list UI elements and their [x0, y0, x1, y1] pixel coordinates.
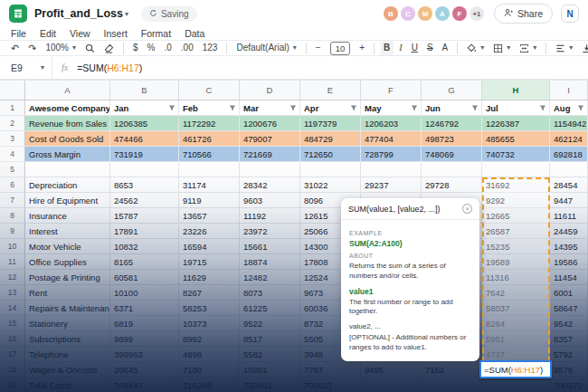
cell-i10[interactable]: 14395	[550, 239, 588, 254]
cell-a3[interactable]: Cost of Goods Sold	[25, 131, 110, 147]
menu-edit[interactable]: Edit	[40, 28, 56, 39]
cell-i18[interactable]: 9579	[550, 362, 588, 378]
cell-c10[interactable]: 16594	[179, 239, 240, 254]
cell-b5[interactable]	[110, 162, 179, 177]
cell-b10[interactable]: 10832	[110, 239, 179, 254]
cell-a12[interactable]: Postage & Printing	[25, 270, 110, 285]
cell-d10[interactable]: 15661	[240, 239, 300, 254]
cell-b19[interactable]: 709447	[110, 378, 179, 392]
share-button[interactable]: Share	[494, 4, 553, 24]
row-header-8[interactable]: 8	[0, 208, 25, 224]
row-header-18[interactable]: 18	[0, 362, 25, 378]
column-header-b[interactable]: B	[110, 81, 179, 100]
cell-b13[interactable]: 10100	[110, 285, 179, 301]
cell-a6[interactable]: Depreciation	[25, 177, 110, 193]
cell-g18[interactable]: 7152	[422, 362, 482, 378]
cell-b9[interactable]: 17891	[110, 224, 179, 239]
cell-c2[interactable]: 1172292	[179, 116, 240, 131]
row-header-14[interactable]: 14	[0, 301, 25, 316]
paint-format-button[interactable]	[100, 41, 118, 55]
cell-c16[interactable]: 8992	[179, 331, 240, 347]
cell-h4[interactable]: 740732	[482, 147, 550, 162]
cell-i16[interactable]: 8357	[550, 331, 588, 347]
avatar-A[interactable]: A	[435, 6, 450, 21]
row-header-11[interactable]: 11	[0, 254, 25, 270]
font-size-increase-button[interactable]: +	[356, 41, 368, 55]
cell-h6[interactable]: 31692	[482, 177, 550, 193]
cell-a11[interactable]: Office Supplies	[25, 254, 110, 270]
font-family-select-button[interactable]: Default(Arial)▾	[232, 41, 299, 55]
cell-e19[interactable]: 705627	[300, 378, 361, 392]
cell-b1[interactable]: Jan	[110, 100, 179, 116]
cell-d14[interactable]: 61225	[240, 301, 300, 316]
avatar-B[interactable]: B	[384, 6, 398, 21]
cell-f3[interactable]: 477404	[361, 131, 422, 147]
cell-g5[interactable]	[422, 162, 482, 177]
cell-b18[interactable]: 20645	[110, 362, 179, 378]
cell-a2[interactable]: Revenue from Sales	[25, 116, 110, 131]
cell-c15[interactable]: 10373	[179, 316, 240, 331]
row-header-19[interactable]: 19	[0, 378, 25, 392]
cell-i14[interactable]: 58647	[550, 301, 588, 316]
cell-i13[interactable]: 6001	[550, 285, 588, 301]
borders-button[interactable]: ▾	[489, 41, 514, 55]
cell-h9[interactable]: 26587	[482, 224, 550, 239]
cell-i15[interactable]: 9542	[550, 316, 588, 331]
cell-g3[interactable]: 498723	[422, 131, 482, 147]
cell-a10[interactable]: Motor Vehicle	[25, 239, 110, 254]
cell-d5[interactable]	[240, 162, 300, 177]
column-header-i[interactable]: I	[550, 81, 588, 100]
row-header-17[interactable]: 17	[0, 347, 25, 362]
cell-b7[interactable]: 24562	[110, 193, 179, 208]
menu-file[interactable]: File	[11, 28, 26, 39]
cell-g6[interactable]: 29728	[422, 177, 482, 193]
cell-h10[interactable]: 15235	[482, 239, 550, 254]
vertical-align-button[interactable]: ▾	[578, 41, 588, 55]
cell-i6[interactable]: 28454	[550, 177, 588, 193]
cell-b12[interactable]: 60581	[110, 270, 179, 285]
cell-c6[interactable]: 31174	[179, 177, 240, 193]
cell-e3[interactable]: 484729	[300, 131, 361, 147]
search-button[interactable]	[81, 41, 99, 55]
italic-button[interactable]: I	[395, 41, 405, 55]
column-header-a[interactable]: A	[25, 81, 110, 100]
row-header-12[interactable]: 12	[0, 270, 25, 285]
cell-e6[interactable]: 31022	[300, 177, 361, 193]
cell-h16[interactable]: 5951	[482, 331, 550, 347]
select-all-corner[interactable]	[0, 81, 25, 100]
filter-icon[interactable]	[350, 103, 357, 113]
cell-b11[interactable]: 8165	[110, 254, 179, 270]
cell-c13[interactable]: 8267	[179, 285, 240, 301]
cell-i8[interactable]: 11611	[550, 208, 588, 224]
redo-button[interactable]: ↷	[24, 41, 40, 55]
cell-a1[interactable]: Awesome Company	[25, 100, 110, 116]
row-header-16[interactable]: 16	[0, 331, 25, 347]
cell-h11[interactable]: 19589	[482, 254, 550, 270]
cell-g2[interactable]: 1246792	[422, 116, 482, 131]
column-header-d[interactable]: D	[240, 81, 300, 100]
profile-avatar[interactable]: N	[561, 5, 579, 23]
row-header-6[interactable]: 6	[0, 177, 25, 193]
cell-b15[interactable]: 6819	[110, 316, 179, 331]
cell-i1[interactable]: Aug	[550, 100, 588, 116]
row-header-15[interactable]: 15	[0, 316, 25, 331]
close-icon[interactable]: ×	[462, 204, 472, 214]
undo-button[interactable]: ↶	[7, 41, 23, 55]
avatar-C[interactable]: C	[401, 6, 415, 21]
formula-input[interactable]: =SUM(H6:H17)	[77, 62, 142, 73]
cell-a9[interactable]: Interest	[25, 224, 110, 239]
cell-f4[interactable]: 728799	[361, 147, 422, 162]
cell-g4[interactable]: 748069	[422, 147, 482, 162]
cell-f19[interactable]	[361, 378, 422, 392]
column-header-g[interactable]: G	[422, 81, 482, 100]
cell-a7[interactable]: Hire of Equipment	[25, 193, 110, 208]
cell-d7[interactable]: 9603	[240, 193, 300, 208]
format-number-button[interactable]: 123	[199, 41, 222, 55]
menu-format[interactable]: Format	[141, 28, 171, 39]
cell-h7[interactable]: 9292	[482, 193, 550, 208]
cell-i9[interactable]: 24459	[550, 224, 588, 239]
cell-b6[interactable]: 8653	[110, 177, 179, 193]
cell-i12[interactable]: 11454	[550, 270, 588, 285]
cell-a18[interactable]: Wages & Oncosts	[25, 362, 110, 378]
cell-d11[interactable]: 18874	[240, 254, 300, 270]
